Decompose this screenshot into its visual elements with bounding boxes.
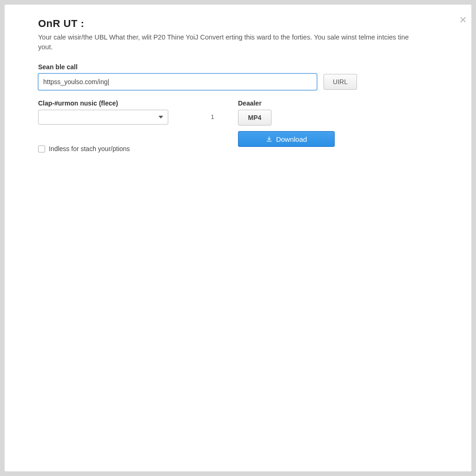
close-icon[interactable]: × <box>457 14 469 25</box>
mid-marker: 1 <box>205 99 219 120</box>
format-label: Clap-#urmon nusic (flece) <box>38 99 187 107</box>
format-mp4-button[interactable]: MP4 <box>238 110 271 126</box>
dialog-panel: × OnR UT : Your cale wisir/the UBL What … <box>5 5 471 471</box>
dealer-column: Deaaler MP4 Download <box>238 99 438 147</box>
dealer-label: Deaaler <box>238 99 438 107</box>
chevron-down-icon <box>159 116 163 119</box>
options-checkbox[interactable] <box>38 145 45 152</box>
checkbox-row: Indless for stach your/ptions <box>38 145 187 152</box>
checkbox-label: Indless for stach your/ptions <box>49 145 130 152</box>
download-icon <box>266 136 272 142</box>
url-input[interactable] <box>38 73 317 90</box>
url-row: UIRL <box>38 73 438 90</box>
download-button[interactable]: Download <box>238 131 335 147</box>
page-description: Your cale wisir/the UBL What ther, wlit … <box>38 33 415 52</box>
download-button-label: Download <box>276 135 307 143</box>
url-label: Sean ble call <box>38 63 438 71</box>
options-row: Clap-#urmon nusic (flece) Indless for st… <box>38 99 438 152</box>
format-column: Clap-#urmon nusic (flece) Indless for st… <box>38 99 187 152</box>
format-select[interactable] <box>38 110 168 125</box>
page-title: OnR UT : <box>38 18 438 30</box>
url-button[interactable]: UIRL <box>324 74 357 90</box>
form: Sean ble call UIRL Clap-#urmon nusic (fl… <box>38 63 438 152</box>
